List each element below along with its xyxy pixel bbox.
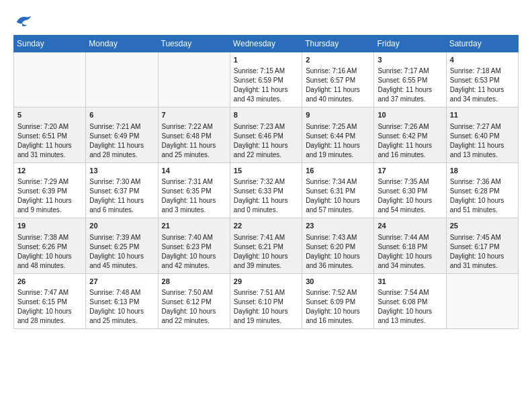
calendar-cell: 19Sunrise: 7:38 AMSunset: 6:26 PMDayligh…	[14, 218, 86, 273]
calendar-week-2: 12Sunrise: 7:29 AMSunset: 6:39 PMDayligh…	[14, 163, 519, 218]
calendar-cell: 6Sunrise: 7:21 AMSunset: 6:49 PMDaylight…	[86, 107, 158, 163]
calendar-cell: 10Sunrise: 7:26 AMSunset: 6:42 PMDayligh…	[374, 107, 446, 163]
day-number: 20	[89, 221, 154, 231]
calendar-cell: 25Sunrise: 7:45 AMSunset: 6:17 PMDayligh…	[446, 218, 518, 273]
calendar-cell: 5Sunrise: 7:20 AMSunset: 6:51 PMDaylight…	[14, 107, 86, 163]
day-number: 19	[17, 221, 82, 231]
day-header-tuesday: Tuesday	[158, 36, 230, 52]
calendar-cell: 27Sunrise: 7:48 AMSunset: 6:13 PMDayligh…	[86, 273, 158, 328]
calendar-cell: 31Sunrise: 7:54 AMSunset: 6:08 PMDayligh…	[374, 273, 446, 328]
day-number: 28	[162, 277, 226, 287]
day-number: 11	[450, 110, 515, 120]
day-number: 22	[234, 221, 298, 231]
calendar-table: SundayMondayTuesdayWednesdayThursdayFrid…	[13, 35, 519, 329]
calendar-week-3: 19Sunrise: 7:38 AMSunset: 6:26 PMDayligh…	[14, 218, 519, 273]
calendar-cell: 2Sunrise: 7:16 AMSunset: 6:57 PMDaylight…	[302, 52, 374, 107]
day-header-sunday: Sunday	[14, 36, 86, 52]
calendar-cell: 11Sunrise: 7:27 AMSunset: 6:40 PMDayligh…	[446, 107, 518, 163]
day-number: 16	[306, 166, 370, 176]
day-number: 17	[378, 166, 442, 176]
day-number: 29	[234, 277, 298, 287]
day-header-wednesday: Wednesday	[230, 36, 302, 52]
calendar-cell: 30Sunrise: 7:52 AMSunset: 6:09 PMDayligh…	[302, 273, 374, 328]
calendar-cell: 20Sunrise: 7:39 AMSunset: 6:25 PMDayligh…	[86, 218, 158, 273]
day-number: 24	[378, 221, 442, 231]
calendar-cell: 14Sunrise: 7:31 AMSunset: 6:35 PMDayligh…	[158, 163, 230, 218]
logo-icon	[13, 11, 32, 30]
day-header-thursday: Thursday	[302, 36, 374, 52]
day-number: 2	[306, 55, 370, 65]
day-header-saturday: Saturday	[446, 36, 518, 52]
calendar-cell: 9Sunrise: 7:25 AMSunset: 6:44 PMDaylight…	[302, 107, 374, 163]
day-number: 31	[378, 277, 442, 287]
calendar-cell: 4Sunrise: 7:18 AMSunset: 6:53 PMDaylight…	[446, 52, 518, 107]
day-number: 21	[162, 221, 226, 231]
calendar-header-row: SundayMondayTuesdayWednesdayThursdayFrid…	[14, 36, 519, 52]
day-number: 9	[306, 110, 370, 120]
day-number: 13	[89, 166, 154, 176]
day-number: 8	[234, 110, 298, 120]
calendar-cell	[86, 52, 158, 107]
calendar-cell: 8Sunrise: 7:23 AMSunset: 6:46 PMDaylight…	[230, 107, 302, 163]
calendar-cell: 21Sunrise: 7:40 AMSunset: 6:23 PMDayligh…	[158, 218, 230, 273]
day-number: 1	[234, 55, 298, 65]
day-number: 12	[17, 166, 82, 176]
day-number: 30	[306, 277, 370, 287]
calendar-cell	[14, 52, 86, 107]
header	[13, 11, 519, 30]
day-number: 25	[450, 221, 515, 231]
day-number: 4	[450, 55, 515, 65]
day-number: 5	[17, 110, 82, 120]
day-number: 23	[306, 221, 370, 231]
day-header-friday: Friday	[374, 36, 446, 52]
calendar-week-1: 5Sunrise: 7:20 AMSunset: 6:51 PMDaylight…	[14, 107, 519, 163]
day-number: 3	[378, 55, 442, 65]
calendar-cell: 22Sunrise: 7:41 AMSunset: 6:21 PMDayligh…	[230, 218, 302, 273]
calendar-cell: 7Sunrise: 7:22 AMSunset: 6:48 PMDaylight…	[158, 107, 230, 163]
calendar-cell	[158, 52, 230, 107]
calendar-cell: 24Sunrise: 7:44 AMSunset: 6:18 PMDayligh…	[374, 218, 446, 273]
calendar-cell: 17Sunrise: 7:35 AMSunset: 6:30 PMDayligh…	[374, 163, 446, 218]
calendar-cell: 18Sunrise: 7:36 AMSunset: 6:28 PMDayligh…	[446, 163, 518, 218]
day-number: 18	[450, 166, 515, 176]
day-number: 15	[234, 166, 298, 176]
calendar-week-0: 1Sunrise: 7:15 AMSunset: 6:59 PMDaylight…	[14, 52, 519, 107]
calendar-cell	[446, 273, 518, 328]
logo	[13, 11, 35, 30]
day-number: 26	[17, 277, 82, 287]
calendar-week-4: 26Sunrise: 7:47 AMSunset: 6:15 PMDayligh…	[14, 273, 519, 328]
page-container: SundayMondayTuesdayWednesdayThursdayFrid…	[0, 0, 532, 336]
day-number: 10	[378, 110, 442, 120]
day-number: 6	[89, 110, 154, 120]
calendar-cell: 16Sunrise: 7:34 AMSunset: 6:31 PMDayligh…	[302, 163, 374, 218]
day-number: 14	[162, 166, 226, 176]
day-number: 27	[89, 277, 154, 287]
calendar-cell: 23Sunrise: 7:43 AMSunset: 6:20 PMDayligh…	[302, 218, 374, 273]
calendar-cell: 28Sunrise: 7:50 AMSunset: 6:12 PMDayligh…	[158, 273, 230, 328]
calendar-cell: 15Sunrise: 7:32 AMSunset: 6:33 PMDayligh…	[230, 163, 302, 218]
calendar-cell: 26Sunrise: 7:47 AMSunset: 6:15 PMDayligh…	[14, 273, 86, 328]
day-number: 7	[162, 110, 226, 120]
calendar-cell: 1Sunrise: 7:15 AMSunset: 6:59 PMDaylight…	[230, 52, 302, 107]
calendar-cell: 3Sunrise: 7:17 AMSunset: 6:55 PMDaylight…	[374, 52, 446, 107]
day-header-monday: Monday	[86, 36, 158, 52]
calendar-cell: 29Sunrise: 7:51 AMSunset: 6:10 PMDayligh…	[230, 273, 302, 328]
calendar-cell: 12Sunrise: 7:29 AMSunset: 6:39 PMDayligh…	[14, 163, 86, 218]
calendar-cell: 13Sunrise: 7:30 AMSunset: 6:37 PMDayligh…	[86, 163, 158, 218]
